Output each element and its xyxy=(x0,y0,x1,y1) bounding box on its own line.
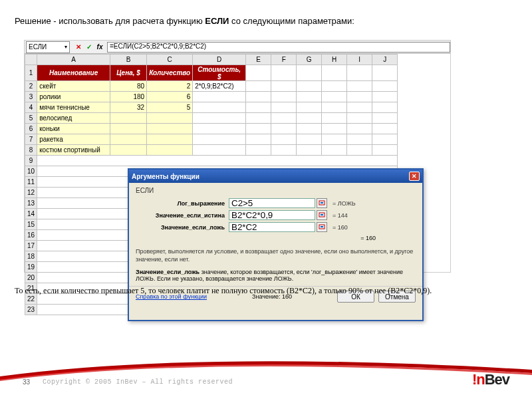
formula-input[interactable]: =ЕСЛИ(C2>5;B2*C2*0,9;B2*C2) xyxy=(107,42,450,53)
dialog-description: Проверяет, выполняется ли условие, и воз… xyxy=(136,248,416,263)
arg-result: = 160 xyxy=(332,224,348,231)
col-E[interactable]: E xyxy=(246,55,271,65)
title-bold: ЕСЛИ xyxy=(205,16,229,26)
inbev-logo: !nBev xyxy=(472,371,509,388)
cancel-formula-icon[interactable]: ✕ xyxy=(74,43,83,52)
table-row[interactable]: 5велосипед xyxy=(25,113,398,124)
table-row[interactable]: 9 xyxy=(25,156,398,166)
column-header-row: A B C D E F G H I J xyxy=(25,55,398,65)
svg-rect-3 xyxy=(321,214,323,215)
formula-buttons: ✕ ✓ fx xyxy=(71,43,107,52)
function-name: ЕСЛИ xyxy=(136,187,416,194)
svg-rect-1 xyxy=(321,202,323,203)
col-I[interactable]: I xyxy=(347,55,372,65)
accept-formula-icon[interactable]: ✓ xyxy=(84,43,94,52)
arg-input-false[interactable] xyxy=(229,222,315,232)
col-A[interactable]: A xyxy=(37,55,110,65)
function-arguments-dialog: Аргументы функции ✕ ЕСЛИ Лог_выражение =… xyxy=(128,168,424,321)
arg-row-true: Значение_если_истина = 144 xyxy=(136,210,416,220)
active-cell[interactable]: 2*0,9;B2*C2) xyxy=(193,81,246,92)
header-name[interactable]: Наименование xyxy=(37,65,110,81)
col-C[interactable]: C xyxy=(147,55,193,65)
header-price[interactable]: Цена, $ xyxy=(110,65,147,81)
formula-bar: ЕСЛИ ▾ ✕ ✓ fx =ЕСЛИ(C2>5;B2*C2*0,9;B2*C2… xyxy=(25,41,450,54)
title-suffix: со следующими параметрами: xyxy=(229,16,354,26)
range-select-icon[interactable] xyxy=(317,222,327,232)
arg-input-true[interactable] xyxy=(229,210,315,220)
name-box[interactable]: ЕСЛИ ▾ xyxy=(26,41,70,53)
table-row[interactable]: 7ракетка xyxy=(25,134,398,145)
fx-icon[interactable]: fx xyxy=(95,43,104,52)
dialog-titlebar[interactable]: Аргументы функции ✕ xyxy=(129,170,422,183)
page-number: 33 xyxy=(23,378,30,386)
arg-input-logical[interactable] xyxy=(229,198,315,208)
col-D[interactable]: D xyxy=(193,55,246,65)
col-F[interactable]: F xyxy=(271,55,297,65)
copyright-text: Copyright © 2005 InBev – All rights rese… xyxy=(43,378,233,386)
arg-row-logical: Лог_выражение = ЛОЖЬ xyxy=(136,198,416,208)
table-row[interactable]: 4 мячи теннисные 32 5 xyxy=(25,102,398,113)
title-prefix: Решение - использовать для расчета функц… xyxy=(15,16,205,26)
arg-label: Значение_если_ложь xyxy=(136,224,229,231)
col-J[interactable]: J xyxy=(372,55,398,65)
arg-label: Лог_выражение xyxy=(136,200,229,207)
col-G[interactable]: G xyxy=(297,55,322,65)
table-row[interactable]: 3 ролики 180 6 xyxy=(25,92,398,102)
svg-rect-5 xyxy=(321,226,323,227)
header-cost[interactable]: Стоимость, $ xyxy=(193,65,246,81)
dialog-title-text: Аргументы функции xyxy=(132,173,200,180)
col-H[interactable]: H xyxy=(322,55,347,65)
arg-label: Значение_если_истина xyxy=(136,212,229,219)
arg-result: = 144 xyxy=(332,212,348,219)
table-row[interactable]: 2 скейт 80 2 2*0,9;B2*C2) xyxy=(25,81,398,92)
header-qty[interactable]: Количество xyxy=(147,65,193,81)
range-select-icon[interactable] xyxy=(317,210,327,220)
name-box-text: ЕСЛИ xyxy=(29,43,47,51)
col-B[interactable]: B xyxy=(110,55,147,65)
arg-row-false: Значение_если_ложь = 160 xyxy=(136,222,416,232)
table-row[interactable]: 6коньки xyxy=(25,124,398,134)
arg-result: = ЛОЖЬ xyxy=(332,200,356,207)
range-select-icon[interactable] xyxy=(317,198,327,208)
table-row[interactable]: 1 Наименование Цена, $ Количество Стоимо… xyxy=(25,65,398,81)
excel-window: ЕСЛИ ▾ ✕ ✓ fx =ЕСЛИ(C2>5;B2*C2*0,9;B2*C2… xyxy=(24,40,451,273)
explanation-text: То есть, если количество превышает 5, то… xyxy=(15,286,505,297)
table-row[interactable]: 8костюм спортивный xyxy=(25,145,398,156)
dialog-equal-result: = 160 xyxy=(136,235,416,241)
dialog-description-2: Значение_если_ложь значение, которое воз… xyxy=(136,269,416,282)
close-icon[interactable]: ✕ xyxy=(409,172,420,181)
slide-title: Решение - использовать для расчета функц… xyxy=(15,16,354,26)
